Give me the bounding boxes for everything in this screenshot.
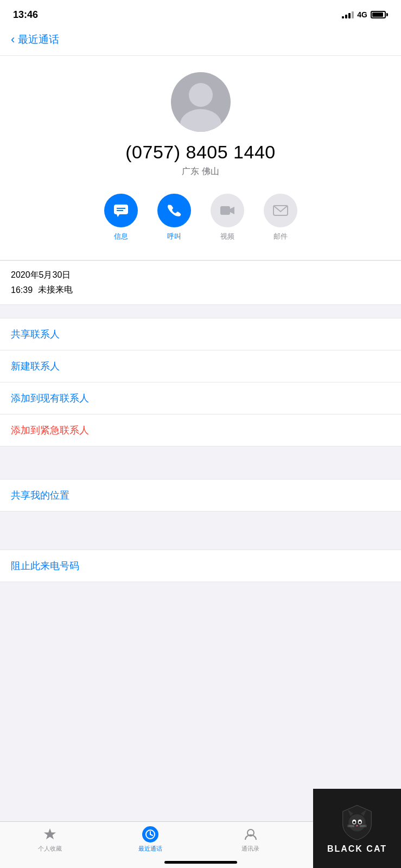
call-label: 呼叫 [167,232,181,241]
black-cat-logo-icon [338,803,376,841]
message-icon [112,202,130,219]
clock-icon-circle [142,826,158,843]
svg-point-28 [353,821,355,824]
call-action-circle [157,194,191,227]
video-action-circle [211,194,244,227]
status-bar: 13:46 4G [0,0,401,27]
network-type: 4G [357,10,367,19]
contact-location: 广东 佛山 [182,166,219,177]
share-contact-item[interactable]: 共享联系人 [0,318,401,350]
spacer-2 [0,512,401,550]
svg-point-23 [348,814,366,832]
mail-label: 邮件 [273,232,288,241]
call-entry: 16:39 未接来电 [11,284,390,296]
bottom-spacer [0,582,401,626]
signal-icon [342,11,354,18]
block-caller-item[interactable]: 阻止此来电号码 [0,550,401,582]
share-location-item[interactable]: 共享我的位置 [0,480,401,511]
home-indicator [164,861,237,864]
add-to-existing-item[interactable]: 添加到现有联系人 [0,382,401,414]
add-emergency-item[interactable]: 添加到紧急联系人 [0,414,401,446]
video-label: 视频 [220,232,234,241]
svg-marker-3 [117,214,120,217]
call-log-section: 2020年5月30日 16:39 未接来电 [0,260,401,305]
svg-marker-9 [44,828,56,839]
svg-rect-2 [114,205,128,214]
status-time: 13:46 [13,9,38,21]
tab-recents[interactable]: 最近通话 [100,826,201,853]
call-log: 2020年5月30日 16:39 未接来电 [0,261,401,304]
message-label: 信息 [114,232,128,241]
contact-options-section: 共享联系人 新建联系人 添加到现有联系人 添加到紧急联系人 [0,318,401,446]
share-location-text: 共享我的位置 [11,490,69,501]
svg-point-1 [180,109,221,132]
call-status: 未接来电 [38,284,73,296]
avatar-person-icon [171,72,231,132]
svg-point-29 [359,821,361,824]
spacer-1 [0,446,401,479]
add-to-existing-text: 添加到现有联系人 [11,393,89,404]
add-emergency-text: 添加到紧急联系人 [11,425,89,436]
back-button[interactable]: ‹ 最近通话 [11,33,390,47]
svg-marker-7 [230,207,234,214]
battery-icon [371,11,388,18]
black-cat-text: BLACK CAT [327,844,387,854]
contacts-icon [243,826,259,843]
message-action-circle [104,194,138,227]
video-action[interactable]: 视频 [208,194,246,241]
share-contact-text: 共享联系人 [11,329,60,340]
new-contact-text: 新建联系人 [11,361,60,372]
call-icon [166,202,183,219]
mail-icon [272,202,289,219]
call-action[interactable]: 呼叫 [155,194,193,241]
contact-number: (0757) 8405 1440 [125,142,275,163]
tab-favorites[interactable]: 个人收藏 [0,826,100,853]
share-location-section: 共享我的位置 [0,479,401,512]
contact-header: (0757) 8405 1440 广东 佛山 信息 [0,56,401,260]
tab-recents-label: 最近通话 [138,845,162,853]
message-action[interactable]: 信息 [102,194,140,241]
call-date: 2020年5月30日 [11,270,390,281]
tab-contacts[interactable]: 通讯录 [201,826,301,853]
call-time: 16:39 [11,285,33,295]
action-buttons: 信息 呼叫 视频 [102,188,300,249]
back-label: 最近通话 [18,33,59,47]
black-cat-watermark: BLACK CAT [313,789,401,868]
nav-bar: ‹ 最近通话 [0,27,401,56]
tab-contacts-label: 通讯录 [241,845,259,853]
svg-point-0 [189,83,213,107]
tab-favorites-label: 个人收藏 [38,845,62,853]
new-contact-item[interactable]: 新建联系人 [0,350,401,382]
block-caller-section: 阻止此来电号码 [0,550,401,582]
svg-line-12 [150,834,152,835]
avatar [171,72,231,132]
block-caller-text: 阻止此来电号码 [11,560,79,571]
status-icons: 4G [342,10,388,19]
star-icon [42,826,58,843]
back-chevron-icon: ‹ [11,33,15,47]
svg-rect-6 [220,206,230,215]
video-icon [219,202,236,219]
mail-action-circle [264,194,297,227]
mail-action[interactable]: 邮件 [262,194,300,241]
